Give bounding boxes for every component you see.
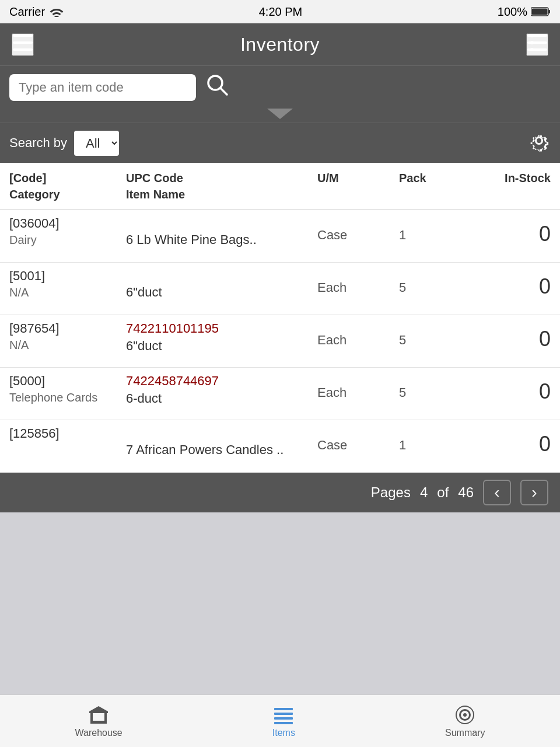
dropdown-indicator <box>0 109 560 123</box>
item-code: [5000] <box>9 374 126 389</box>
status-left: Carrier <box>9 5 64 19</box>
item-category: Telephone Cards <box>9 391 126 404</box>
options-button[interactable] <box>526 33 548 56</box>
svg-rect-17 <box>274 722 293 724</box>
table-row[interactable]: [987654] N/A 7422110101195 6"duct Each 5… <box>0 315 560 368</box>
table-body: [036004] Dairy 6 Lb White Pine Bags.. Ca… <box>0 210 560 473</box>
svg-rect-1 <box>548 10 550 13</box>
pages-label: Pages <box>371 484 411 501</box>
summary-icon <box>454 704 475 725</box>
status-right: 100% <box>498 5 551 19</box>
row-code-col: [5001] N/A <box>9 268 126 299</box>
upc-code: 7422110101195 <box>126 321 317 336</box>
svg-rect-16 <box>274 717 293 720</box>
row-instock-col: 0 <box>469 321 551 351</box>
row-instock-col: 0 <box>469 374 551 404</box>
item-name: 6"duct <box>126 338 317 354</box>
row-pack-col: 1 <box>399 426 469 453</box>
carrier-label: Carrier <box>9 5 45 19</box>
svg-rect-3 <box>13 34 33 37</box>
nav-bar: Inventory <box>0 23 560 65</box>
tab-bar: Warehouse Items Summary <box>0 694 560 747</box>
warehouse-icon <box>88 704 109 725</box>
table-row[interactable]: [5001] N/A 6"duct Each 5 0 <box>0 263 560 315</box>
table-row[interactable]: [125856] 7 African Powers Candles .. Cas… <box>0 420 560 473</box>
page-title: Inventory <box>240 34 320 55</box>
row-um-col: Each <box>317 374 399 400</box>
gear-button[interactable] <box>527 129 551 157</box>
filter-bar: Search by All <box>0 123 560 163</box>
tab-warehouse[interactable]: Warehouse <box>75 704 123 738</box>
item-category: N/A <box>9 338 126 352</box>
of-label: of <box>437 484 449 501</box>
svg-point-19 <box>463 713 467 717</box>
row-pack-col: 5 <box>399 268 469 295</box>
item-name: 6"duct <box>126 271 317 300</box>
svg-rect-14 <box>274 708 293 710</box>
col-upc-name: UPC Code Item Name <box>126 170 317 203</box>
row-code-col: [125856] <box>9 426 126 444</box>
row-um-col: Each <box>317 268 399 295</box>
row-instock-col: 0 <box>469 426 551 456</box>
total-pages: 46 <box>458 484 474 501</box>
svg-point-9 <box>530 34 534 37</box>
item-code: [5001] <box>9 268 126 284</box>
table-header: [Code] Category UPC Code Item Name U/M P… <box>0 163 560 210</box>
col-pack: Pack <box>399 170 469 203</box>
item-name: 6 Lb White Pine Bags.. <box>126 218 317 247</box>
item-category: N/A <box>9 286 126 299</box>
battery-icon <box>531 6 551 17</box>
svg-rect-15 <box>274 713 293 715</box>
row-um-col: Case <box>317 426 399 453</box>
search-bar <box>0 65 560 109</box>
svg-point-10 <box>530 41 534 44</box>
row-code-col: [987654] N/A <box>9 321 126 352</box>
wifi-icon <box>50 6 64 17</box>
row-upc-col: 7422110101195 6"duct <box>126 321 317 354</box>
table-row[interactable]: [5000] Telephone Cards 7422458744697 6-d… <box>0 368 560 420</box>
svg-rect-5 <box>13 48 33 51</box>
svg-line-13 <box>220 88 227 95</box>
item-name: 7 African Powers Candles .. <box>126 428 317 458</box>
row-um-col: Case <box>317 216 399 243</box>
svg-point-11 <box>530 48 534 51</box>
row-um-col: Each <box>317 321 399 348</box>
svg-rect-2 <box>531 9 547 15</box>
row-pack-col: 5 <box>399 374 469 400</box>
col-instock: In-Stock <box>469 170 551 203</box>
tab-items[interactable]: Items <box>272 704 295 738</box>
row-upc-col: 7422458744697 6-duct <box>126 374 317 406</box>
tab-summary[interactable]: Summary <box>445 704 485 738</box>
table-row[interactable]: [036004] Dairy 6 Lb White Pine Bags.. Ca… <box>0 210 560 263</box>
search-by-label: Search by <box>9 135 67 151</box>
battery-label: 100% <box>498 5 527 19</box>
tab-warehouse-label: Warehouse <box>75 728 123 738</box>
svg-rect-4 <box>13 41 33 44</box>
next-page-button[interactable]: › <box>520 480 548 505</box>
current-page: 4 <box>420 484 428 501</box>
status-bar: Carrier 4:20 PM 100% <box>0 0 560 23</box>
row-instock-col: 0 <box>469 268 551 299</box>
item-code: [987654] <box>9 321 126 336</box>
row-code-col: [5000] Telephone Cards <box>9 374 126 404</box>
row-instock-col: 0 <box>469 216 551 246</box>
filter-select[interactable]: All <box>74 131 119 156</box>
items-icon <box>273 704 294 725</box>
row-upc-col: 7 African Powers Candles .. <box>126 426 317 458</box>
hamburger-button[interactable] <box>12 33 34 56</box>
time-label: 4:20 PM <box>259 5 302 19</box>
upc-code: 7422458744697 <box>126 374 317 389</box>
prev-page-button[interactable]: ‹ <box>483 480 511 505</box>
search-input[interactable] <box>9 74 196 101</box>
search-button[interactable] <box>203 73 231 102</box>
tab-summary-label: Summary <box>445 728 485 738</box>
pagination-bar: Pages 4 of 46 ‹ › <box>0 473 560 512</box>
col-code-category: [Code] Category <box>9 170 126 203</box>
item-name: 6-duct <box>126 391 317 406</box>
row-pack-col: 5 <box>399 321 469 348</box>
item-category: Dairy <box>9 233 126 247</box>
row-pack-col: 1 <box>399 216 469 243</box>
item-code: [036004] <box>9 216 126 231</box>
tab-items-label: Items <box>272 728 295 738</box>
row-code-col: [036004] Dairy <box>9 216 126 247</box>
